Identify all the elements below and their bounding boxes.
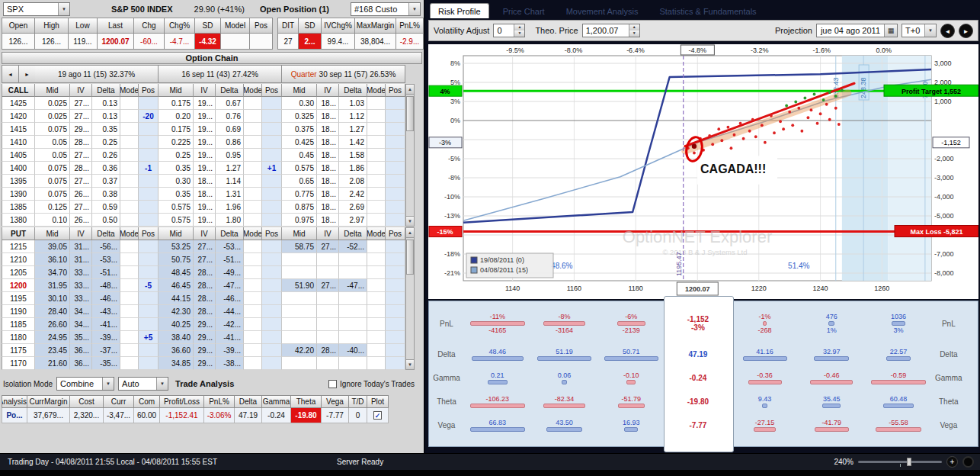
chain-cell[interactable] (244, 136, 262, 149)
chain-cell[interactable]: -43... (92, 305, 120, 318)
position-cell[interactable]: -1 (139, 162, 159, 175)
chain-cell[interactable]: 50.75 (159, 253, 194, 266)
plot-checkbox[interactable]: ✓ (373, 411, 382, 420)
chain-cell[interactable] (367, 136, 386, 149)
chain-cell[interactable]: 19... (194, 214, 216, 227)
chain-cell[interactable] (244, 266, 262, 279)
scroll-down-icon[interactable]: ▼ (406, 216, 414, 226)
chain-cell[interactable] (120, 110, 139, 123)
chain-cell[interactable] (244, 201, 262, 214)
chain-cell[interactable]: 0.575 (159, 201, 194, 214)
chain-cell[interactable]: 18... (317, 136, 339, 149)
chain-cell[interactable] (244, 110, 262, 123)
chain-cell[interactable]: 19... (194, 162, 216, 175)
position-cell[interactable] (386, 318, 405, 331)
expiry-header-1[interactable]: 16 sep 11 (43)27.42% (159, 65, 282, 83)
position-cell[interactable] (139, 97, 159, 110)
strike-cell[interactable]: 1395 (2, 175, 35, 188)
chain-cell[interactable]: 1.96 (216, 201, 244, 214)
chain-cell[interactable] (120, 292, 139, 305)
position-cell[interactable]: -5 (139, 279, 159, 292)
position-cell[interactable] (139, 123, 159, 136)
position-cell[interactable] (262, 188, 282, 201)
chain-cell[interactable]: 0.13 (92, 97, 120, 110)
chain-cell[interactable]: 34.85 (159, 357, 194, 370)
chain-cell[interactable] (244, 344, 262, 357)
chain-cell[interactable]: 18... (317, 149, 339, 162)
chain-cell[interactable] (317, 292, 339, 305)
chain-cell[interactable] (367, 331, 386, 344)
position-cell[interactable] (139, 240, 159, 253)
strike-cell[interactable]: 1415 (2, 123, 35, 136)
chain-cell[interactable]: 19... (194, 201, 216, 214)
chain-cell[interactable] (120, 149, 139, 162)
chain-cell[interactable]: 36.10 (35, 253, 70, 266)
chain-cell[interactable]: -37... (92, 344, 120, 357)
chain-cell[interactable]: 0.36 (92, 162, 120, 175)
chain-cell[interactable]: 27... (317, 279, 339, 292)
strike-cell[interactable]: 1190 (2, 305, 35, 318)
position-cell[interactable] (262, 175, 282, 188)
chain-cell[interactable]: 36.60 (159, 344, 194, 357)
chain-cell[interactable]: 28... (317, 344, 339, 357)
chain-cell[interactable]: 29... (194, 318, 216, 331)
position-cell[interactable] (262, 279, 282, 292)
chain-cell[interactable]: 18... (317, 162, 339, 175)
chain-cell[interactable]: -42... (216, 318, 244, 331)
chain-cell[interactable]: 0.05 (35, 149, 70, 162)
chain-cell[interactable]: 27... (70, 110, 92, 123)
chain-cell[interactable]: 1.80 (216, 214, 244, 227)
analysis-data-row[interactable]: Po...37,679...2,320...-3,47...60.00-1,15… (2, 408, 389, 423)
chain-cell[interactable]: 18... (317, 175, 339, 188)
chain-cell[interactable]: 1.27 (216, 162, 244, 175)
chain-cell[interactable]: 0.35 (92, 123, 120, 136)
chain-cell[interactable] (317, 305, 339, 318)
tab-statistics-fundamentals[interactable]: Statistics & Fundamentals (652, 4, 764, 18)
ignore-trades-checkbox[interactable] (328, 380, 337, 388)
position-cell[interactable] (386, 305, 405, 318)
chain-cell[interactable] (367, 97, 386, 110)
chain-cell[interactable]: 0.45 (282, 149, 317, 162)
chain-cell[interactable]: 28... (194, 305, 216, 318)
strike-cell[interactable]: 1210 (2, 253, 35, 266)
strike-cell[interactable]: 1400 (2, 162, 35, 175)
chain-cell[interactable]: 19... (194, 97, 216, 110)
chain-cell[interactable]: 0.775 (282, 188, 317, 201)
chain-cell[interactable] (282, 266, 317, 279)
chain-cell[interactable]: 27... (70, 149, 92, 162)
chain-cell[interactable]: -39... (216, 344, 244, 357)
chain-cell[interactable]: 1.03 (339, 97, 367, 110)
chain-cell[interactable]: 1.12 (339, 110, 367, 123)
chain-cell[interactable]: 0.325 (282, 110, 317, 123)
chain-cell[interactable]: -41... (216, 331, 244, 344)
chain-cell[interactable] (244, 305, 262, 318)
position-cell[interactable] (262, 292, 282, 305)
chain-cell[interactable]: 28... (70, 162, 92, 175)
scroll-up-icon[interactable]: ▲ (406, 228, 414, 238)
chain-cell[interactable] (282, 292, 317, 305)
chain-cell[interactable]: 18... (194, 175, 216, 188)
expiry-header-2[interactable]: Quarter30 sep 11 (57)26.53% (282, 65, 405, 83)
chain-cell[interactable] (367, 162, 386, 175)
chain-cell[interactable]: 0.35 (159, 162, 194, 175)
chain-cell[interactable]: -47... (339, 279, 367, 292)
spin-down-icon[interactable]: ▼ (514, 31, 524, 37)
position-cell[interactable] (386, 214, 405, 227)
chain-cell[interactable]: 40.25 (159, 318, 194, 331)
chain-cell[interactable]: 28.40 (35, 305, 70, 318)
chain-cell[interactable] (317, 318, 339, 331)
strike-cell[interactable]: 1410 (2, 136, 35, 149)
strike-cell[interactable]: 1205 (2, 266, 35, 279)
chain-cell[interactable]: -48... (92, 279, 120, 292)
strike-cell[interactable]: 1405 (2, 149, 35, 162)
chain-cell[interactable]: -53... (216, 240, 244, 253)
chain-cell[interactable] (367, 253, 386, 266)
position-cell[interactable] (262, 123, 282, 136)
chain-cell[interactable]: 48.45 (159, 266, 194, 279)
chain-cell[interactable]: -46... (216, 292, 244, 305)
chain-cell[interactable] (244, 318, 262, 331)
chain-cell[interactable] (120, 214, 139, 227)
volatility-adjust-spinner[interactable]: 0 ▲ ▼ (493, 24, 525, 37)
strike-cell[interactable]: 1215 (2, 240, 35, 253)
position-cell[interactable]: -20 (139, 110, 159, 123)
